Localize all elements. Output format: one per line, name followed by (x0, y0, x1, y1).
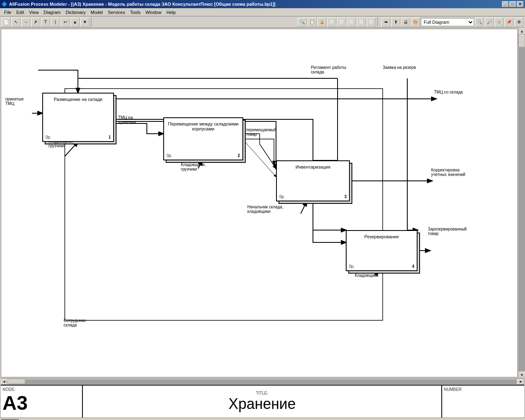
tb-d3[interactable]: ↕ (495, 18, 504, 27)
box2[interactable]: Перемещение между складскими корпусами 0… (163, 117, 243, 160)
box3[interactable]: Инвентаризация 0р. 3 (276, 160, 350, 201)
scroll-thumb[interactable] (519, 35, 525, 47)
tb-redo[interactable]: ▲ (71, 18, 80, 27)
menu-edit[interactable]: Edit (14, 9, 27, 16)
box3-title: Инвентаризация (280, 164, 346, 169)
tb-select[interactable]: ↖ (11, 18, 21, 27)
hscroll-track[interactable] (8, 379, 517, 384)
menu-tools[interactable]: Tools (128, 9, 143, 16)
tb-d2[interactable]: 🔎 (485, 18, 494, 27)
view-select[interactable]: Full Diagram (421, 18, 474, 26)
label-nachalnik: Начальник склада, кладовщики (247, 205, 283, 214)
box1-inner: Размещение на складе 0р. 1 (43, 94, 113, 141)
label-korr: Корректировка учетных значений (431, 168, 465, 177)
menu-services[interactable]: Services (105, 9, 128, 16)
box3-inner: Инвентаризация 0р. 3 (277, 161, 349, 201)
menu-bar: File Edit View Diagram Dictionary Model … (0, 8, 525, 16)
window-title: AllFusion Process Modeler - [(А3) Хранен… (9, 2, 276, 7)
hscroll: ◄ ► (1, 378, 524, 385)
tb-zoom1[interactable]: 🔍 (298, 18, 307, 27)
app-maximize-btn[interactable]: □ (509, 1, 516, 7)
tb-arrow[interactable]: → (21, 18, 30, 27)
tb-c4[interactable]: 🎨 (411, 18, 420, 27)
app-minimize-btn[interactable]: _ (502, 1, 509, 7)
footer-node-value: А3 (2, 392, 80, 413)
box3-number: 3 (344, 194, 347, 199)
tb-zoom2[interactable]: 📋 (308, 18, 317, 27)
label-kladovsh2: Кладовщики, грузчики (181, 162, 205, 171)
tb-d4[interactable]: 📌 (504, 18, 514, 27)
scrollbar-right: ▲ ▼ (518, 28, 525, 378)
box1[interactable]: Размещение на складе 0р. 1 (42, 93, 114, 142)
tb-undo[interactable]: ↩ (61, 18, 70, 27)
box2-number: 2 (237, 153, 240, 158)
tb-d5[interactable]: ⚙ (514, 18, 523, 27)
tb-T[interactable]: T (41, 18, 50, 27)
label-tmts-hran: ТМЦ на хранении (118, 115, 136, 124)
box4-number: 4 (412, 264, 414, 269)
tb-new[interactable]: 📄 (2, 18, 11, 27)
tb-b5[interactable]: ⬜ (367, 18, 376, 27)
footer-title-label: TITLE: (256, 391, 268, 395)
box3-cost: 0р. (279, 194, 285, 199)
tb-sep1[interactable]: | (51, 18, 60, 27)
label-zayavka: Заявка на резерв (383, 65, 416, 70)
tb-divider1 (91, 18, 94, 27)
footer-title-value: Хранение (228, 395, 296, 413)
svg-line-1 (243, 140, 276, 177)
menu-file[interactable]: File (2, 9, 14, 16)
tb-tri[interactable]: ▼ (80, 18, 89, 27)
app-close-btn[interactable]: ✕ (517, 1, 523, 7)
footer-node-label: NODE: (2, 387, 80, 392)
scroll-down-btn[interactable]: ▼ (519, 372, 525, 378)
label-zares: Зарезервированный товар (428, 227, 467, 236)
footer-number-section: NUMBER: (442, 386, 524, 418)
tb-divider2 (377, 18, 380, 27)
main-area: Размещение на складе 0р. 1 Перемещение м… (0, 28, 525, 378)
tb-c2[interactable]: ⬆ (391, 18, 400, 27)
toolbar: 📄 ↖ → ✗ T | ↩ ▲ ▼ 🔍 📋 🔒 ⬜ ⬜ ⬜ ⬜ ⬜ ➡ ⬆ 🖨 … (0, 16, 525, 28)
status-bar: Ready (0, 418, 525, 420)
title-bar-controls: _ □ ✕ (502, 1, 523, 7)
label-prinatye: принятые ТМЦ (5, 97, 24, 106)
box4-cost: 0р. (349, 264, 355, 269)
box4-title: Резервирование (350, 234, 413, 239)
tb-d1[interactable]: 🔍 (475, 18, 484, 27)
hscroll-right-btn[interactable]: ► (518, 379, 524, 385)
tb-c3[interactable]: 🖨 (401, 18, 410, 27)
tb-b2[interactable]: ⬜ (337, 18, 346, 27)
tb-b3[interactable]: ⬜ (347, 18, 356, 27)
box4[interactable]: Резервирование 0р. 4 (346, 230, 418, 271)
tb-b1[interactable]: ⬜ (327, 18, 336, 27)
box4-inner: Резервирование 0р. 4 (347, 231, 417, 270)
box1-cost: 0р. (46, 135, 51, 139)
hscroll-thumb[interactable] (9, 380, 25, 384)
tb-lock[interactable]: 🔒 (317, 18, 326, 27)
menu-window[interactable]: Window (143, 9, 164, 16)
label-peremesh: перемещаемый товар (246, 128, 276, 137)
box2-inner: Перемещение между складскими корпусами 0… (164, 118, 242, 160)
footer-title-section: TITLE: Хранение (83, 386, 442, 418)
label-kladovsh3: Кладовщики (355, 273, 379, 278)
hscroll-left-btn[interactable]: ◄ (1, 379, 7, 385)
title-bar-left: 🔷 AllFusion Process Modeler - [(А3) Хран… (2, 2, 276, 7)
label-tmts-sklad: ТМЦ со склада (434, 90, 463, 94)
title-bar: 🔷 AllFusion Process Modeler - [(А3) Хран… (0, 0, 525, 8)
tb-text[interactable]: ✗ (31, 18, 40, 27)
menu-dictionary[interactable]: Dictionary (63, 9, 88, 16)
footer-bar: NODE: А3 TITLE: Хранение NUMBER: (1, 385, 524, 418)
scroll-up-btn[interactable]: ▲ (519, 28, 525, 34)
label-sotrudniki: Сотрудники склада (64, 318, 86, 327)
tb-b4[interactable]: ⬜ (357, 18, 366, 27)
box1-number: 1 (108, 135, 111, 139)
menu-help[interactable]: Help (164, 9, 178, 16)
menu-diagram[interactable]: Diagram (41, 9, 63, 16)
tb-c1[interactable]: ➡ (381, 18, 390, 27)
canvas-container[interactable]: Размещение на складе 0р. 1 Перемещение м… (1, 29, 518, 377)
scroll-track[interactable] (519, 34, 525, 372)
footer-number-label: NUMBER: (444, 387, 523, 392)
menu-model[interactable]: Model (88, 9, 105, 16)
app-icon: 🔷 (2, 2, 7, 7)
menu-view[interactable]: View (27, 9, 41, 16)
box2-title: Перемещение между складскими корпусами (167, 121, 239, 131)
